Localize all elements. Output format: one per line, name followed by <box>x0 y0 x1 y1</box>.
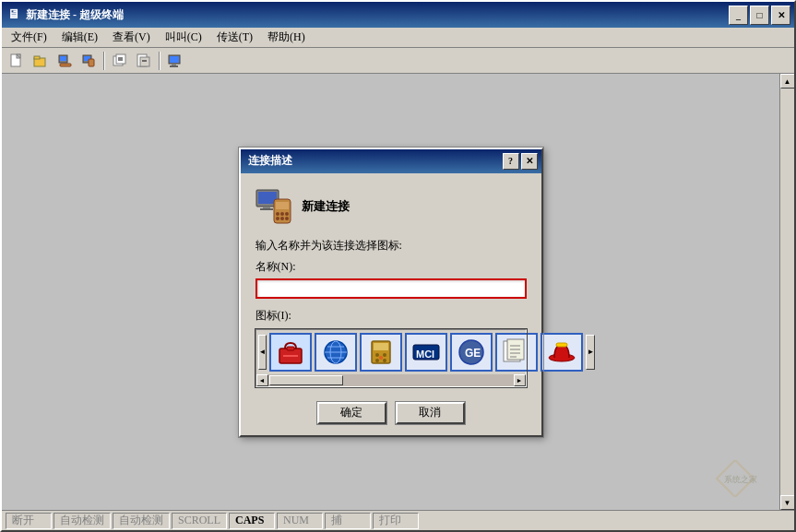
toolbar-btn7[interactable] <box>164 51 186 71</box>
hscroll-right-button[interactable]: ► <box>514 374 526 386</box>
toolbar-sep2 <box>159 52 160 70</box>
window-title-icon: 🖥 <box>7 7 20 22</box>
name-field-label: 名称(N): <box>255 259 527 275</box>
icon-item-5[interactable] <box>495 333 538 372</box>
icon-scrollbar: ◄ ► <box>256 374 526 386</box>
svg-rect-35 <box>287 347 294 350</box>
dialog-description: 输入名称并为该连接选择图标: <box>255 238 527 254</box>
minimize-button[interactable]: _ <box>729 6 748 25</box>
status-disconnect: 断开 <box>6 513 52 529</box>
svg-point-44 <box>375 353 379 357</box>
connection-dialog: 连接描述 ? ✕ <box>239 148 543 437</box>
dialog-title-bar: 连接描述 ? ✕ <box>241 149 541 173</box>
svg-rect-12 <box>116 54 125 64</box>
icon-scroll-left[interactable]: ◄ <box>258 335 267 370</box>
dialog-header-icon <box>255 188 292 225</box>
toolbar <box>2 48 794 74</box>
icon-scroll-right[interactable]: ► <box>586 335 595 370</box>
svg-rect-60 <box>556 343 567 347</box>
icon-item-6[interactable] <box>541 333 583 372</box>
svg-point-30 <box>285 212 289 216</box>
status-auto1: 自动检测 <box>53 513 111 529</box>
svg-text:系统之家: 系统之家 <box>724 475 757 484</box>
dialog-title: 连接描述 <box>248 153 292 169</box>
icon-item-0[interactable] <box>269 333 312 372</box>
name-input[interactable] <box>255 278 527 299</box>
svg-point-29 <box>280 212 284 216</box>
svg-rect-20 <box>172 64 176 65</box>
svg-rect-16 <box>140 57 149 66</box>
title-buttons: _ □ ✕ <box>729 6 790 25</box>
toolbar-btn3[interactable] <box>53 51 76 71</box>
icon-item-1[interactable] <box>315 333 357 372</box>
icon-item-3[interactable]: MCI <box>405 333 447 372</box>
dialog-title-buttons: ? ✕ <box>503 153 538 170</box>
dialog-header: 新建连接 <box>255 188 527 225</box>
cancel-button[interactable]: 取消 <box>396 402 465 424</box>
scroll-down-button[interactable]: ▼ <box>780 495 795 510</box>
maximize-button[interactable]: □ <box>750 6 769 25</box>
menu-view[interactable]: 查看(V) <box>105 28 158 47</box>
dialog-content: 新建连接 输入名称并为该连接选择图标: 名称(N): 图标(I): ◄ <box>241 173 541 435</box>
status-caps: CAPS <box>229 513 275 529</box>
svg-rect-7 <box>60 64 71 66</box>
window-title: 新建连接 - 超级终端 <box>26 7 124 23</box>
modal-overlay: 连接描述 ? ✕ <box>2 74 779 510</box>
dialog-buttons: 确定 取消 <box>255 402 527 424</box>
icon-item-4[interactable]: GE <box>450 333 493 372</box>
title-bar: 🖥 新建连接 - 超级终端 _ □ ✕ <box>2 2 794 28</box>
toolbar-btn5[interactable] <box>109 51 131 71</box>
toolbar-btn4[interactable] <box>77 51 100 71</box>
svg-text:GE: GE <box>465 347 481 360</box>
svg-point-33 <box>285 217 289 220</box>
toolbar-sep1 <box>103 52 105 70</box>
status-capture: 捕 <box>325 513 371 529</box>
svg-point-45 <box>383 353 386 357</box>
icon-field-label: 图标(I): <box>255 308 527 324</box>
main-area: ▲ ▼ 连接描述 ? ✕ <box>2 74 794 510</box>
toolbar-new-btn[interactable] <box>6 51 28 71</box>
svg-point-32 <box>280 217 284 220</box>
hscroll-thumb[interactable] <box>269 375 343 385</box>
svg-rect-6 <box>60 56 66 61</box>
hscroll-track <box>268 374 514 386</box>
toolbar-btn6[interactable] <box>133 51 155 71</box>
svg-point-46 <box>375 359 379 362</box>
status-num: NUM <box>277 513 323 529</box>
svg-point-47 <box>383 359 386 362</box>
status-print: 打印 <box>373 513 419 529</box>
dialog-help-button[interactable]: ? <box>503 153 519 170</box>
svg-text:MCI: MCI <box>416 349 434 360</box>
watermark: 系统之家 <box>698 460 772 501</box>
close-button[interactable]: ✕ <box>771 6 790 25</box>
toolbar-open-btn[interactable] <box>30 51 52 71</box>
scroll-up-button[interactable]: ▲ <box>780 74 795 89</box>
svg-point-31 <box>276 217 279 220</box>
svg-rect-25 <box>260 208 273 210</box>
menu-transfer[interactable]: 传送(T) <box>209 28 260 47</box>
svg-rect-19 <box>170 56 179 63</box>
status-scroll: SCROLL <box>172 513 227 529</box>
menu-help[interactable]: 帮助(H) <box>260 28 313 47</box>
svg-point-28 <box>276 212 279 216</box>
svg-rect-21 <box>170 65 178 67</box>
dialog-header-text: 新建连接 <box>302 198 350 215</box>
icon-item-2[interactable] <box>360 333 402 372</box>
svg-rect-4 <box>34 56 40 59</box>
menu-file[interactable]: 文件(F) <box>4 28 54 47</box>
menu-edit[interactable]: 编辑(E) <box>54 28 105 47</box>
icon-strip-container: ◄ <box>255 329 527 387</box>
hscroll-left-button[interactable]: ◄ <box>256 374 268 386</box>
menu-bar: 文件(F) 编辑(E) 查看(V) 叫叫(C) 传送(T) 帮助(H) <box>2 28 794 48</box>
svg-point-48 <box>379 356 383 360</box>
svg-rect-43 <box>374 343 388 350</box>
status-auto2: 自动检测 <box>113 513 170 529</box>
dialog-close-button[interactable]: ✕ <box>521 153 538 170</box>
title-text: 🖥 新建连接 - 超级终端 <box>7 7 124 23</box>
confirm-button[interactable]: 确定 <box>317 402 386 424</box>
svg-rect-10 <box>89 59 94 66</box>
menu-call[interactable]: 叫叫(C) <box>158 28 209 47</box>
icon-strip-inner: ◄ <box>256 330 526 374</box>
svg-rect-27 <box>276 202 289 209</box>
status-bar: 断开 自动检测 自动检测 SCROLL CAPS NUM 捕 打印 <box>2 510 794 530</box>
